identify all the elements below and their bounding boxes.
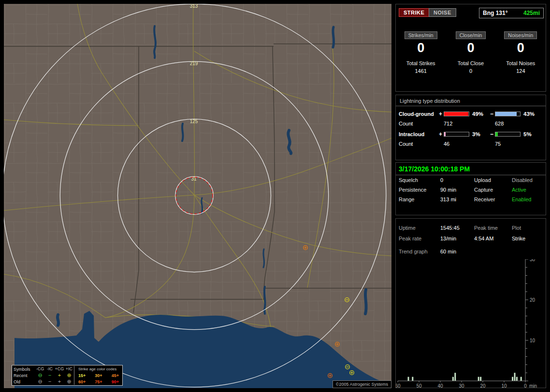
- svg-text:min: min: [529, 383, 537, 389]
- neg-ic-count: 75: [495, 141, 521, 147]
- stats-cell: Strike: [512, 233, 543, 244]
- minus-sign: −: [489, 131, 495, 138]
- lightning-detector-app: 31321912531 Symbols -CG -IC +CG +IC Stri…: [0, 0, 550, 392]
- neg-ic-bar: [495, 132, 521, 137]
- stats-cell: 13/min: [440, 233, 474, 244]
- strike-toggle-button[interactable]: STRIKE: [399, 8, 429, 17]
- svg-text:0: 0: [524, 383, 527, 389]
- distribution-panel: Lightning type distribution Cloud-ground…: [395, 95, 546, 160]
- pos-ic-count: 46: [444, 141, 470, 147]
- minus-sign: −: [489, 111, 495, 117]
- trend-graph-label-row: Trend graph 60 min: [396, 247, 546, 256]
- neg-ic-bar-fill: [495, 132, 498, 136]
- intracloud-row: Intracloud + 3% − 5%: [396, 131, 546, 138]
- stats-row: Peak rate 13/min 4:54 AM Strike: [396, 233, 546, 244]
- svg-text:60: 60: [396, 383, 401, 389]
- svg-text:20: 20: [530, 297, 536, 303]
- pos-cg-count: 712: [444, 121, 470, 126]
- age-code: 15+: [78, 373, 86, 378]
- total-close-value: 0: [446, 68, 495, 74]
- svg-text:20: 20: [480, 383, 486, 389]
- stats-cell: 1545:45: [440, 223, 474, 233]
- pos-ic-icon: ⊕: [64, 379, 74, 384]
- strikes-counter: Strikes/min 0 Total Strikes 1461: [396, 30, 446, 74]
- close-counter: Close/min 0 Total Close 0: [446, 30, 495, 74]
- pos-cg-icon: +: [55, 373, 64, 378]
- status-value: 313 mi: [440, 195, 474, 204]
- map-legend: Symbols -CG -IC +CG +IC Strike age color…: [12, 365, 123, 386]
- svg-text:30: 30: [459, 383, 464, 389]
- status-value: Disabled: [512, 175, 543, 185]
- stats-cell: 4:54 AM: [474, 233, 512, 244]
- status-value: Enabled: [512, 195, 543, 204]
- neg-cg-pct: 43%: [521, 111, 543, 117]
- total-strikes-label: Total Strikes: [396, 60, 446, 66]
- bearing-readout: Bng 131° 425mi: [479, 8, 544, 18]
- pos-cg-bar-fill: [444, 112, 468, 116]
- age-code: 60+: [78, 379, 86, 384]
- info-panel: STRIKE NOISE Bng 131° 425mi Strikes/min …: [395, 4, 546, 388]
- trend-panel: Uptime 1545:45 Peak time Plot Peak rate …: [395, 218, 546, 388]
- neg-cg-icon: ⊖: [35, 373, 45, 378]
- status-value: 90 min: [440, 185, 474, 195]
- stats-row: Uptime 1545:45 Peak time Plot: [396, 223, 546, 233]
- svg-text:125: 125: [190, 119, 198, 124]
- svg-text:10: 10: [530, 338, 536, 343]
- svg-text:50: 50: [416, 383, 422, 389]
- neg-ic-icon: −: [45, 373, 55, 378]
- bearing-range: 425mi: [523, 10, 540, 16]
- stats-cell: Plot: [512, 223, 543, 233]
- strikes-per-min-button[interactable]: Strikes/min: [405, 31, 437, 39]
- stats-cell: Peak rate: [399, 233, 440, 244]
- noise-toggle-button[interactable]: NOISE: [429, 8, 456, 17]
- age-code: 75+: [95, 379, 102, 384]
- status-label: Upload: [474, 175, 512, 185]
- row-name: Intracloud: [399, 131, 437, 137]
- map-canvas[interactable]: 31321912531: [4, 4, 391, 388]
- legend-row-label: Recent: [14, 373, 35, 378]
- bearing-value: Bng 131°: [483, 10, 507, 16]
- counter-panel: STRIKE NOISE Bng 131° 425mi Strikes/min …: [395, 4, 546, 92]
- cloud-ground-row: Cloud-ground + 49% − 43%: [396, 111, 546, 117]
- age-code: 45+: [112, 373, 119, 378]
- plus-sign: +: [437, 131, 444, 138]
- svg-text:219: 219: [190, 61, 198, 66]
- trend-graph: 1020306050403020100min: [396, 259, 547, 389]
- neg-ic-pct: 5%: [521, 131, 543, 137]
- svg-text:313: 313: [190, 4, 198, 9]
- neg-cg-bar-fill: [495, 112, 517, 116]
- pos-ic-bar-fill: [444, 132, 446, 136]
- datetime-display: 3/17/2026 10:00:18 PM: [396, 163, 546, 175]
- pos-cg-pct: 49%: [470, 111, 489, 117]
- close-per-min-value: 0: [446, 41, 495, 56]
- status-panel: 3/17/2026 10:00:18 PM Squelch 0 Upload D…: [395, 162, 546, 215]
- status-label: Capture: [474, 185, 512, 195]
- legend-row-label: Old: [14, 379, 35, 384]
- legend-type-header: -CG: [35, 367, 45, 371]
- legend-type-header: +CG: [55, 367, 64, 371]
- svg-text:10: 10: [501, 383, 507, 389]
- status-row: Persistence 90 min Capture Active: [396, 185, 546, 195]
- count-label: Count: [399, 121, 437, 126]
- neg-ic-icon: −: [45, 379, 55, 384]
- status-label: Receiver: [474, 195, 512, 204]
- stats-cell: Peak time: [474, 223, 512, 233]
- close-per-min-button[interactable]: Close/min: [456, 31, 486, 39]
- count-label: Count: [399, 141, 437, 147]
- total-noises-value: 124: [496, 68, 546, 74]
- status-label: Persistence: [399, 185, 440, 195]
- trend-window-value: 60 min: [440, 247, 543, 256]
- neg-cg-icon: ⊖: [35, 379, 45, 384]
- pos-cg-icon: +: [55, 379, 64, 384]
- legend-age-title: Strike age color codes: [74, 366, 121, 372]
- status-value: 0: [440, 175, 474, 185]
- noises-per-min-button[interactable]: Noises/min: [504, 31, 537, 39]
- legend-symbols-title: Symbols: [14, 367, 35, 372]
- status-label: Squelch: [399, 175, 440, 185]
- pos-ic-icon: ⊕: [64, 373, 74, 378]
- strikes-per-min-value: 0: [396, 41, 446, 56]
- total-close-label: Total Close: [446, 60, 495, 66]
- strike-map[interactable]: 31321912531 Symbols -CG -IC +CG +IC Stri…: [4, 4, 391, 388]
- copyright-notice: ©2005 Astrogenic Systems: [333, 380, 391, 388]
- legend-type-header: -IC: [45, 367, 55, 371]
